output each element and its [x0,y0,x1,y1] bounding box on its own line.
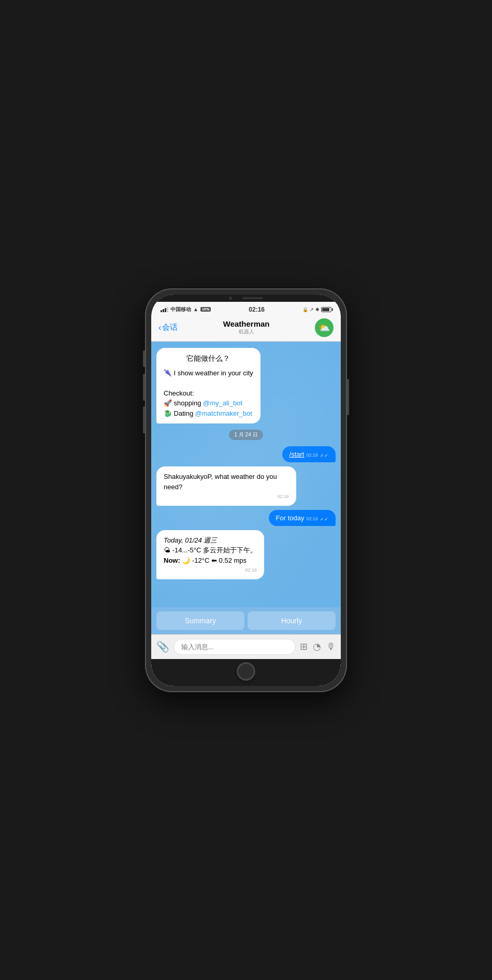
for-today-checks: ✓✓ [320,517,328,522]
phone-frame: 中国移动 ▲ VPN 02:16 🔒 ↗ ✱ ‹ 会话 [145,288,347,692]
volume-up-button[interactable] [143,374,145,401]
action-buttons-bar: Summary Hourly [151,607,341,634]
bubble-line-1: 🌂 I show weather in your city [164,368,253,378]
start-text: /start [290,450,305,458]
battery-indicator [321,307,331,312]
status-bar: 中国移动 ▲ VPN 02:16 🔒 ↗ ✱ [151,302,341,315]
chat-area: 它能做什么？ 🌂 I show weather in your city Che… [151,342,341,607]
status-right-icons: 🔒 ↗ ✱ [302,307,331,312]
battery-fill [322,308,329,311]
location-icon: ↗ [310,307,314,312]
top-bar [151,295,341,302]
weather-date-line: Today, 01/24 週三 [164,535,257,546]
camera-dot [229,297,232,300]
for-today-time: 02:16 [306,516,318,521]
mute-button[interactable] [143,350,145,367]
back-label: 会话 [162,323,178,332]
bubble-checkout: Checkout: [164,388,253,399]
sticker-icon[interactable]: ⊞ [300,641,308,652]
bubble-dating: 🐉 Dating @matchmaker_bot [164,408,253,419]
matchmaker-link[interactable]: @matchmaker_bot [195,409,252,417]
wifi-icon: ▲ [193,306,198,312]
lock-icon: 🔒 [302,307,308,312]
nav-bar: ‹ 会话 Weatherman 机器人 ⛅ [151,315,341,342]
volume-down-button[interactable] [143,406,145,433]
hourly-button[interactable]: Hourly [248,611,336,630]
weather-temp-line: 🌤 -14...-5°C 多云开始于下午。 [164,545,257,555]
home-area [151,659,341,686]
signal-bar-4 [167,307,168,312]
signal-bars [161,307,168,312]
input-bar: 📎 ⊞ ◔ 🎙 [151,634,341,659]
back-button[interactable]: ‹ 会话 [158,323,178,332]
input-right-icons: ⊞ ◔ 🎙 [300,641,336,652]
carrier-label: 中国移动 [170,306,191,313]
weather-report-bubble: Today, 01/24 週三 🌤 -14...-5°C 多云开始于下午。 No… [156,530,264,579]
start-checks: ✓✓ [320,453,328,458]
chat-subtitle: 机器人 [223,328,270,335]
start-time: 02:16 [306,452,318,458]
nav-center: Weatherman 机器人 [223,319,270,335]
chat-title: Weatherman [223,319,270,328]
weather-query-bubble: ShakuyakukyoP, what weather do you need?… [156,466,296,506]
avatar-emoji: ⛅ [319,322,330,333]
emoji-icon[interactable]: ◔ [313,641,321,652]
bubble-header: 它能做什么？ [164,353,253,364]
mic-icon[interactable]: 🎙 [326,641,336,652]
summary-button[interactable]: Summary [156,611,244,630]
message-input[interactable] [173,639,296,655]
weather-now-line: Now: 🌙 -12°C ⬅ 0.52 mps [164,555,257,566]
signal-bar-3 [165,308,166,312]
weather-report-time: 02:16 [164,567,257,574]
bot-avatar[interactable]: ⛅ [315,318,334,337]
power-button[interactable] [347,379,349,415]
signal-bar-1 [161,310,162,312]
weather-query-time: 02:16 [164,493,289,501]
back-chevron-icon: ‹ [158,323,161,332]
attach-icon[interactable]: 📎 [156,640,169,653]
for-today-bubble: For today 02:16 ✓✓ [269,510,336,526]
for-today-text: For today [276,514,305,522]
weather-query-text: ShakuyakukyoP, what weather do you need? [164,472,289,492]
ali-bot-link[interactable]: @my_ali_bot [203,399,242,407]
status-time: 02:16 [249,306,265,313]
start-message-bubble: /start 02:16 ✓✓ [282,446,336,462]
speaker-bar [242,297,263,299]
screen: 中国移动 ▲ VPN 02:16 🔒 ↗ ✱ ‹ 会话 [151,295,341,686]
bubble-shopping: 🚀 shopping @my_ali_bot [164,398,253,408]
intro-message-bubble: 它能做什么？ 🌂 I show weather in your city Che… [156,348,261,424]
date-badge: 1 月 24 日 [229,430,263,440]
home-button[interactable] [237,662,255,681]
bluetooth-icon: ✱ [315,307,320,312]
signal-bar-2 [163,309,164,312]
vpn-badge: VPN [200,307,211,312]
